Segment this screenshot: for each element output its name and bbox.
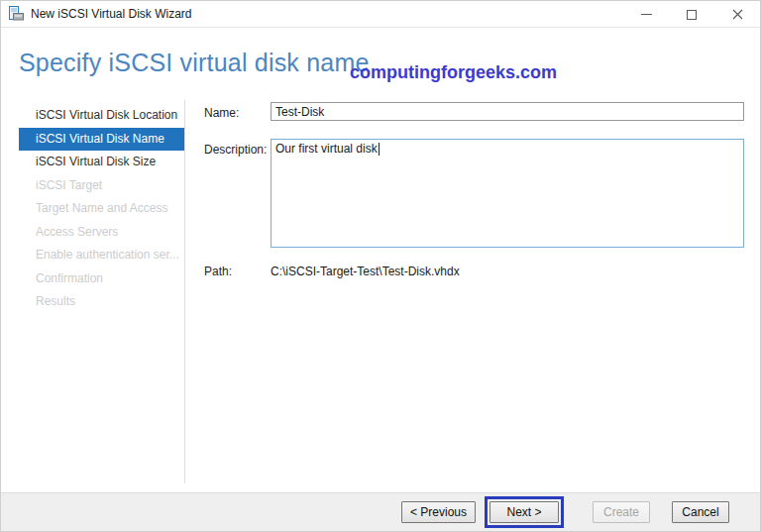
cancel-button[interactable]: Cancel	[672, 501, 729, 523]
create-button[interactable]: Create	[593, 501, 650, 523]
sidebar-item-confirmation: Confirmation	[19, 267, 184, 291]
sidebar-item-iscsi-virtual-disk-name[interactable]: iSCSI Virtual Disk Name	[19, 128, 184, 152]
text-caret	[379, 143, 380, 156]
sidebar-item-iscsi-target: iSCSI Target	[19, 174, 184, 198]
name-label: Name:	[204, 106, 239, 120]
wizard-steps-nav: iSCSI Virtual Disk Location iSCSI Virtua…	[19, 104, 184, 314]
page-title: Specify iSCSI virtual disk name	[19, 49, 370, 77]
close-button[interactable]	[714, 1, 760, 28]
sidebar-item-iscsi-virtual-disk-location[interactable]: iSCSI Virtual Disk Location	[19, 104, 184, 128]
wizard-app-icon	[8, 6, 24, 22]
minimize-icon	[641, 14, 652, 15]
name-input[interactable]	[271, 102, 744, 121]
close-icon	[732, 9, 743, 20]
maximize-icon	[687, 10, 697, 20]
titlebar: New iSCSI Virtual Disk Wizard	[1, 1, 760, 28]
sidebar-item-iscsi-virtual-disk-size[interactable]: iSCSI Virtual Disk Size	[19, 151, 184, 174]
next-button-highlight: Next >	[485, 496, 564, 528]
sidebar-divider	[184, 100, 185, 483]
path-label: Path:	[204, 265, 232, 278]
next-button[interactable]: Next >	[489, 501, 559, 523]
wizard-footer: < Previous Next > Create Cancel	[1, 492, 760, 531]
maximize-button[interactable]	[669, 1, 714, 28]
previous-button[interactable]: < Previous	[401, 501, 476, 523]
watermark-text: computingforgeeks.com	[350, 62, 557, 83]
sidebar-item-access-servers: Access Servers	[19, 221, 184, 245]
sidebar-item-target-name-and-access: Target Name and Access	[19, 197, 184, 221]
minimize-button[interactable]	[623, 1, 669, 28]
path-value: C:\iSCSI-Target-Test\Test-Disk.vhdx	[271, 265, 460, 278]
description-textarea[interactable]: Our first virtual disk	[271, 139, 744, 248]
sidebar-item-enable-authentication: Enable authentication ser...	[19, 244, 184, 267]
description-label: Description:	[204, 143, 267, 157]
sidebar-item-results: Results	[19, 290, 184, 314]
wizard-window: New iSCSI Virtual Disk Wizard Specify iS…	[0, 0, 761, 532]
window-title: New iSCSI Virtual Disk Wizard	[31, 7, 191, 21]
window-controls	[623, 1, 760, 28]
description-text: Our first virtual disk	[275, 142, 378, 156]
